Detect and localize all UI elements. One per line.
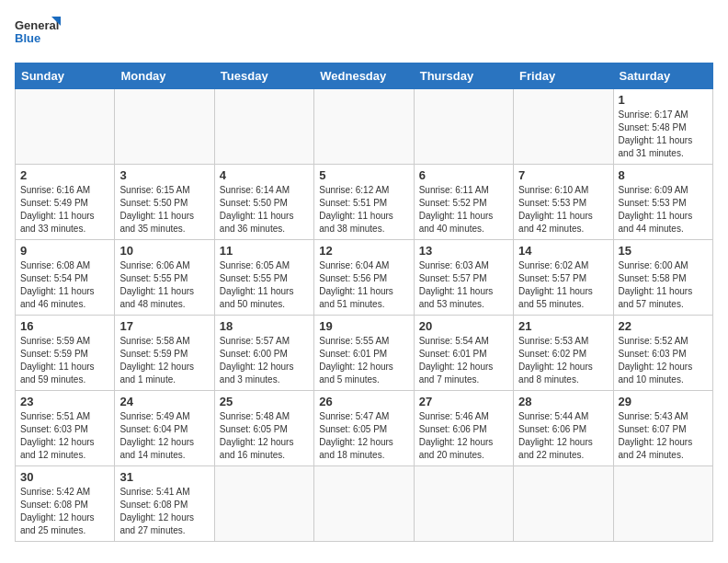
calendar-cell xyxy=(214,89,313,165)
calendar-week-row: 1Sunrise: 6:17 AM Sunset: 5:48 PM Daylig… xyxy=(16,89,713,165)
calendar-cell xyxy=(414,466,513,542)
day-number: 28 xyxy=(518,395,608,408)
calendar-cell xyxy=(414,89,513,165)
calendar-week-row: 16Sunrise: 5:59 AM Sunset: 5:59 PM Dayli… xyxy=(16,316,713,391)
calendar-cell: 3Sunrise: 6:15 AM Sunset: 5:50 PM Daylig… xyxy=(115,165,214,240)
day-info: Sunrise: 6:02 AM Sunset: 5:57 PM Dayligh… xyxy=(518,259,608,311)
day-info: Sunrise: 6:03 AM Sunset: 5:57 PM Dayligh… xyxy=(419,259,508,311)
day-info: Sunrise: 6:09 AM Sunset: 5:53 PM Dayligh… xyxy=(619,184,708,236)
calendar-cell: 30Sunrise: 5:42 AM Sunset: 6:08 PM Dayli… xyxy=(16,466,115,542)
calendar-cell: 1Sunrise: 6:17 AM Sunset: 5:48 PM Daylig… xyxy=(613,89,712,165)
day-info: Sunrise: 5:52 AM Sunset: 6:03 PM Dayligh… xyxy=(619,335,708,386)
calendar-header-row: SundayMondayTuesdayWednesdayThursdayFrid… xyxy=(16,63,713,89)
day-info: Sunrise: 6:16 AM Sunset: 5:49 PM Dayligh… xyxy=(20,184,109,236)
day-number: 9 xyxy=(20,244,109,258)
day-info: Sunrise: 6:15 AM Sunset: 5:50 PM Dayligh… xyxy=(119,184,209,236)
calendar-cell: 31Sunrise: 5:41 AM Sunset: 6:08 PM Dayli… xyxy=(115,466,214,542)
day-number: 17 xyxy=(119,319,209,333)
calendar-week-row: 2Sunrise: 6:16 AM Sunset: 5:49 PM Daylig… xyxy=(16,165,713,240)
day-info: Sunrise: 5:41 AM Sunset: 6:08 PM Dayligh… xyxy=(119,486,209,537)
day-number: 6 xyxy=(419,168,508,182)
day-info: Sunrise: 5:44 AM Sunset: 6:06 PM Dayligh… xyxy=(518,410,608,462)
day-info: Sunrise: 6:12 AM Sunset: 5:51 PM Dayligh… xyxy=(319,184,408,236)
calendar-cell: 15Sunrise: 6:00 AM Sunset: 5:58 PM Dayli… xyxy=(613,240,712,316)
day-number: 27 xyxy=(419,395,508,408)
calendar-cell: 14Sunrise: 6:02 AM Sunset: 5:57 PM Dayli… xyxy=(514,240,613,316)
day-number: 1 xyxy=(619,93,708,107)
day-info: Sunrise: 5:49 AM Sunset: 6:04 PM Dayligh… xyxy=(119,410,209,462)
day-number: 23 xyxy=(20,395,109,408)
day-number: 10 xyxy=(119,244,209,258)
calendar-cell xyxy=(314,466,414,542)
day-info: Sunrise: 6:05 AM Sunset: 5:55 PM Dayligh… xyxy=(220,259,309,311)
day-info: Sunrise: 6:10 AM Sunset: 5:53 PM Dayligh… xyxy=(518,184,608,236)
day-info: Sunrise: 5:42 AM Sunset: 6:08 PM Dayligh… xyxy=(20,486,109,537)
day-info: Sunrise: 6:17 AM Sunset: 5:48 PM Dayligh… xyxy=(619,109,708,160)
day-info: Sunrise: 5:43 AM Sunset: 6:07 PM Dayligh… xyxy=(619,410,708,462)
day-number: 29 xyxy=(619,395,708,408)
calendar-cell: 11Sunrise: 6:05 AM Sunset: 5:55 PM Dayli… xyxy=(214,240,313,316)
calendar-cell: 21Sunrise: 5:53 AM Sunset: 6:02 PM Dayli… xyxy=(514,316,613,391)
calendar-cell: 10Sunrise: 6:06 AM Sunset: 5:55 PM Dayli… xyxy=(115,240,214,316)
day-info: Sunrise: 6:08 AM Sunset: 5:54 PM Dayligh… xyxy=(20,259,109,311)
day-info: Sunrise: 6:06 AM Sunset: 5:55 PM Dayligh… xyxy=(119,259,209,311)
day-info: Sunrise: 5:58 AM Sunset: 5:59 PM Dayligh… xyxy=(119,335,209,386)
day-info: Sunrise: 6:14 AM Sunset: 5:50 PM Dayligh… xyxy=(220,184,309,236)
calendar-cell xyxy=(214,466,313,542)
calendar-cell: 9Sunrise: 6:08 AM Sunset: 5:54 PM Daylig… xyxy=(16,240,115,316)
day-info: Sunrise: 5:48 AM Sunset: 6:05 PM Dayligh… xyxy=(220,410,309,462)
calendar-cell: 8Sunrise: 6:09 AM Sunset: 5:53 PM Daylig… xyxy=(613,165,712,240)
calendar-cell: 25Sunrise: 5:48 AM Sunset: 6:05 PM Dayli… xyxy=(214,391,313,466)
calendar-cell: 24Sunrise: 5:49 AM Sunset: 6:04 PM Dayli… xyxy=(115,391,214,466)
calendar-cell: 27Sunrise: 5:46 AM Sunset: 6:06 PM Dayli… xyxy=(414,391,513,466)
day-number: 7 xyxy=(518,168,608,182)
column-header-friday: Friday xyxy=(514,63,613,89)
day-number: 14 xyxy=(518,244,608,258)
day-number: 19 xyxy=(319,319,408,333)
day-number: 3 xyxy=(119,168,209,182)
header: General Blue xyxy=(15,15,713,53)
day-number: 24 xyxy=(119,395,209,408)
day-number: 5 xyxy=(319,168,408,182)
calendar-cell: 5Sunrise: 6:12 AM Sunset: 5:51 PM Daylig… xyxy=(314,165,414,240)
column-header-tuesday: Tuesday xyxy=(214,63,313,89)
column-header-monday: Monday xyxy=(115,63,214,89)
calendar-cell: 2Sunrise: 6:16 AM Sunset: 5:49 PM Daylig… xyxy=(16,165,115,240)
svg-text:Blue: Blue xyxy=(15,31,40,45)
calendar-cell: 13Sunrise: 6:03 AM Sunset: 5:57 PM Dayli… xyxy=(414,240,513,316)
calendar-cell xyxy=(314,89,414,165)
svg-text:General: General xyxy=(15,18,59,32)
day-number: 2 xyxy=(20,168,109,182)
calendar-cell: 29Sunrise: 5:43 AM Sunset: 6:07 PM Dayli… xyxy=(613,391,712,466)
calendar-table: SundayMondayTuesdayWednesdayThursdayFrid… xyxy=(15,63,713,542)
day-number: 21 xyxy=(518,319,608,333)
calendar-cell: 12Sunrise: 6:04 AM Sunset: 5:56 PM Dayli… xyxy=(314,240,414,316)
day-info: Sunrise: 6:00 AM Sunset: 5:58 PM Dayligh… xyxy=(619,259,708,311)
logo: General Blue xyxy=(15,15,61,53)
calendar-cell: 6Sunrise: 6:11 AM Sunset: 5:52 PM Daylig… xyxy=(414,165,513,240)
day-info: Sunrise: 6:11 AM Sunset: 5:52 PM Dayligh… xyxy=(419,184,508,236)
day-number: 18 xyxy=(220,319,309,333)
day-number: 11 xyxy=(220,244,309,258)
day-info: Sunrise: 5:53 AM Sunset: 6:02 PM Dayligh… xyxy=(518,335,608,386)
day-number: 13 xyxy=(419,244,508,258)
column-header-wednesday: Wednesday xyxy=(314,63,414,89)
calendar-cell: 16Sunrise: 5:59 AM Sunset: 5:59 PM Dayli… xyxy=(16,316,115,391)
logo-svg: General Blue xyxy=(15,15,61,53)
day-info: Sunrise: 5:51 AM Sunset: 6:03 PM Dayligh… xyxy=(20,410,109,462)
day-number: 16 xyxy=(20,319,109,333)
day-info: Sunrise: 5:55 AM Sunset: 6:01 PM Dayligh… xyxy=(319,335,408,386)
calendar-cell xyxy=(514,89,613,165)
column-header-sunday: Sunday xyxy=(16,63,115,89)
calendar-cell: 28Sunrise: 5:44 AM Sunset: 6:06 PM Dayli… xyxy=(514,391,613,466)
day-info: Sunrise: 5:54 AM Sunset: 6:01 PM Dayligh… xyxy=(419,335,508,386)
calendar-week-row: 9Sunrise: 6:08 AM Sunset: 5:54 PM Daylig… xyxy=(16,240,713,316)
calendar-cell: 4Sunrise: 6:14 AM Sunset: 5:50 PM Daylig… xyxy=(214,165,313,240)
day-number: 20 xyxy=(419,319,508,333)
day-number: 26 xyxy=(319,395,408,408)
day-info: Sunrise: 5:47 AM Sunset: 6:05 PM Dayligh… xyxy=(319,410,408,462)
calendar-cell: 18Sunrise: 5:57 AM Sunset: 6:00 PM Dayli… xyxy=(214,316,313,391)
calendar-cell: 22Sunrise: 5:52 AM Sunset: 6:03 PM Dayli… xyxy=(613,316,712,391)
calendar-cell xyxy=(115,89,214,165)
day-info: Sunrise: 5:57 AM Sunset: 6:00 PM Dayligh… xyxy=(220,335,309,386)
